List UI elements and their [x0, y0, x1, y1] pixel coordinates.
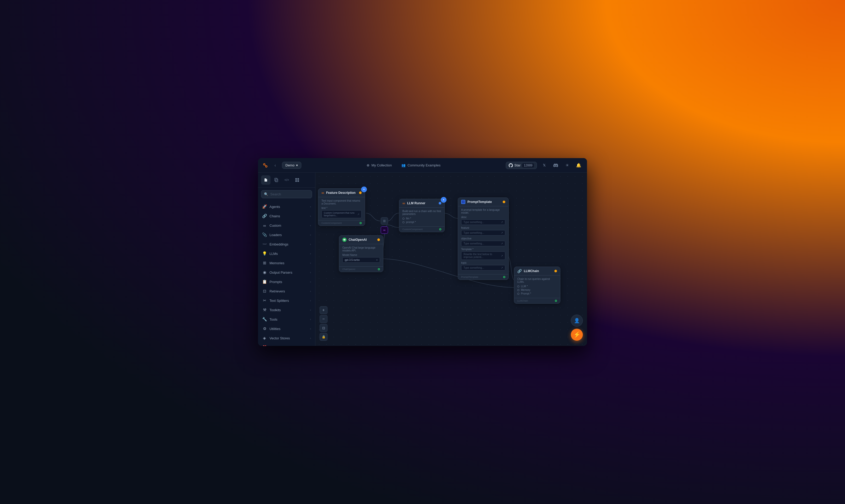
user-icon: 👤: [574, 318, 580, 323]
body: </> 🔍 🚀 Agents › 🔗 Chain: [258, 173, 587, 346]
svg-line-2: [265, 165, 266, 166]
sidebar-item-output-parsers[interactable]: ◉ Output Parsers ›: [258, 268, 315, 277]
node-field-model-name: Model Name gpt-3.5-turbo ▾: [342, 254, 380, 263]
code-icon: </>: [284, 178, 289, 182]
svg-rect-5: [295, 178, 297, 180]
sidebar-item-label-retrievers: Retrievers: [270, 289, 307, 293]
sidebar-item-label-tools: Tools: [270, 318, 307, 321]
twitter-button[interactable]: 𝕏: [540, 161, 548, 169]
node-footer-chat-openai: ChatOpenAI: [339, 266, 383, 272]
sidebar-item-custom[interactable]: ∞ Custom ›: [258, 221, 315, 230]
sidebar-item-vector-stores[interactable]: ◈ Vector Stores ›: [258, 334, 315, 343]
github-star-button[interactable]: Star 12889: [506, 162, 537, 169]
main-canvas[interactable]: ∞ Feature Description ✦ Text input compo…: [315, 173, 587, 346]
sun-icon: ☀: [565, 163, 569, 168]
node-field-feature: feature Type something... ↗: [461, 227, 505, 236]
sidebar-file-button[interactable]: [272, 175, 281, 185]
sidebar-item-wrappers[interactable]: 🎁 Wrappers ›: [258, 343, 315, 346]
sidebar-item-label-toolkits: Toolkits: [270, 308, 307, 312]
sidebar-item-chevron-vector-stores: ›: [310, 337, 311, 340]
run-fab-button[interactable]: ⚡: [571, 329, 583, 341]
node-desc-llm-runner: Build and run a chain with no free param…: [402, 210, 441, 215]
sidebar-item-icon-output-parsers: ◉: [262, 270, 267, 275]
discord-button[interactable]: [552, 161, 560, 169]
node-chat-openai[interactable]: 💬 ChatOpenAI OpenAI Chat large language …: [339, 235, 383, 272]
node-llm-chain[interactable]: 🔗 LLMChain Chain to run queries against …: [514, 267, 561, 304]
node-icon-feature-description: ∞: [322, 191, 324, 195]
node-input-desc[interactable]: Type something... ↗: [461, 219, 505, 225]
sidebar-item-toolkits[interactable]: ⚒ Toolkits ›: [258, 305, 315, 314]
sidebar-item-icon-tools: 🔧: [262, 317, 267, 322]
theme-toggle-button[interactable]: ☀: [563, 161, 571, 169]
sidebar-grid-button[interactable]: [292, 175, 302, 185]
sidebar-item-label-utilities: Utilities: [270, 327, 307, 331]
sidebar-item-tools[interactable]: 🔧 Tools ›: [258, 314, 315, 324]
user-fab-button[interactable]: 👤: [571, 314, 583, 327]
sidebar-item-loaders[interactable]: 📎 Loaders ›: [258, 230, 315, 239]
sidebar-item-text-splitters[interactable]: ✂ Text Splitters ›: [258, 296, 315, 305]
sidebar: </> 🔍 🚀 Agents › 🔗 Chain: [258, 173, 315, 346]
output-port-prompt-template: [503, 276, 505, 278]
node-llm-runner[interactable]: ∞ LLM Runner ✦ Build and run a chain wit…: [399, 199, 445, 232]
node-feature-description[interactable]: ∞ Feature Description ✦ Text input compo…: [318, 188, 365, 226]
sidebar-item-chevron-chains: ›: [310, 214, 311, 218]
zoom-in-button[interactable]: +: [320, 306, 327, 314]
sidebar-item-utilities[interactable]: ⚙ Utilities ›: [258, 324, 315, 334]
sidebar-item-label-agents: Agents: [270, 205, 307, 209]
sidebar-item-chevron-loaders: ›: [310, 233, 311, 236]
sidebar-doc-button[interactable]: [261, 175, 271, 185]
svg-rect-8: [297, 180, 299, 182]
demo-selector[interactable]: Demo ▾: [282, 162, 301, 169]
node-field-custom-component[interactable]: Custom Component that runs langchain's..…: [322, 210, 362, 218]
node-desc-llm-chain: Chain to run queries against LLMs.: [517, 277, 557, 283]
sidebar-item-label-chains: Chains: [270, 214, 307, 218]
node-input-template[interactable]: Rewrite the text below to improve potent…: [461, 251, 505, 260]
search-input[interactable]: [270, 192, 314, 196]
node-field-template: Template * Rewrite the text below to imp…: [461, 248, 505, 260]
sidebar-item-label-output-parsers: Output Parsers: [270, 271, 307, 274]
output-port-chat-openai: [378, 268, 380, 270]
tab-my-collection[interactable]: ⊕ My Collection: [362, 161, 396, 169]
node-body-prompt-template: A prompt template for a language model. …: [458, 206, 508, 274]
svg-rect-7: [295, 180, 297, 182]
sidebar-item-label-embeddings: Embeddings: [270, 242, 307, 246]
node-input-objective[interactable]: Type something... ↗: [461, 241, 505, 246]
zoom-out-button[interactable]: −: [320, 315, 327, 323]
tab-community-examples[interactable]: 👥 Community Examples: [397, 161, 445, 169]
node-model-select[interactable]: gpt-3.5-turbo ▾: [342, 257, 380, 263]
sidebar-item-label-memories: Memories: [270, 261, 307, 265]
app-window: ‹ Demo ▾ ⊕ My Collection 👥 Community Exa…: [258, 158, 587, 346]
node-icon-chat-openai: 💬: [342, 238, 346, 242]
sidebar-item-llms[interactable]: 💡 LLMs ›: [258, 249, 315, 258]
sidebar-item-embeddings[interactable]: 〰 Embeddings ›: [258, 239, 315, 249]
output-port-feature-description: [360, 222, 362, 224]
node-input-topic[interactable]: Type something... ↗: [461, 265, 505, 271]
node-icon-llm-chain: 🔗: [517, 269, 522, 273]
mini-connector-1[interactable]: ⊞: [381, 217, 388, 224]
home-icon: ⊕: [367, 163, 369, 167]
fit-screen-button[interactable]: ⊡: [320, 324, 327, 332]
sidebar-item-chevron-prompts: ›: [310, 280, 311, 283]
zoom-controls: + − ⊡ 🔒: [320, 306, 327, 341]
lock-button[interactable]: 🔒: [320, 333, 327, 341]
sidebar-item-retrievers[interactable]: ⊡ Retrievers ›: [258, 286, 315, 296]
node-prompt-template[interactable]: ◻ PromptTemplate A prompt template for a…: [458, 197, 509, 280]
sidebar-item-prompts[interactable]: 📋 Prompts ›: [258, 277, 315, 286]
sidebar-item-agents[interactable]: 🚀 Agents ›: [258, 202, 315, 211]
search-icon: 🔍: [264, 192, 268, 196]
sidebar-item-icon-chains: 🔗: [262, 214, 267, 218]
header: ‹ Demo ▾ ⊕ My Collection 👥 Community Exa…: [258, 158, 587, 173]
node-title-prompt-template: PromptTemplate: [467, 200, 501, 204]
grid-icon: [295, 178, 299, 182]
node-input-feature[interactable]: Type something... ↗: [461, 230, 505, 236]
node-badge-feature-description: [359, 192, 362, 194]
node-footer-llm-chain: LLMChain: [514, 298, 560, 303]
sidebar-item-chains[interactable]: 🔗 Chains ›: [258, 211, 315, 221]
mini-connector-2[interactable]: ∞: [381, 227, 388, 234]
sidebar-code-button[interactable]: </>: [282, 175, 291, 185]
header-back-button[interactable]: ‹: [272, 162, 279, 169]
notification-button[interactable]: 🔔: [574, 161, 583, 169]
sidebar-item-memories[interactable]: ⊞ Memories ›: [258, 258, 315, 268]
header-right: Star 12889 𝕏 ☀ 🔔: [506, 161, 583, 169]
node-desc-feature-description: Text input component that returns a Docu…: [322, 199, 362, 205]
